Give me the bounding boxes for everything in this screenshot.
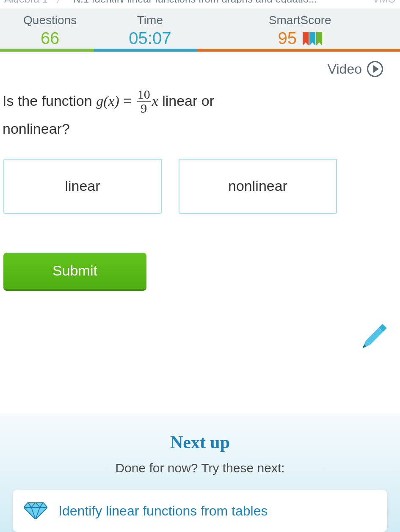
pencil-icon[interactable] bbox=[354, 318, 392, 356]
answer-options: linear nonlinear bbox=[0, 142, 400, 214]
nextup-subtitle: Done for now? Try these next: bbox=[0, 461, 400, 475]
video-label: Video bbox=[328, 61, 362, 77]
skill-code: VMQ bbox=[372, 0, 396, 3]
answer-linear[interactable]: linear bbox=[3, 159, 162, 214]
question-line2: nonlinear? bbox=[3, 121, 70, 137]
play-icon bbox=[367, 61, 383, 77]
question-gx: g(x) bbox=[96, 93, 119, 109]
stat-smartscore: SmartScore 95 bbox=[200, 8, 400, 49]
time-label: Time bbox=[100, 14, 200, 27]
chevron-right-icon: 〉 bbox=[55, 0, 66, 3]
svg-rect-1 bbox=[366, 328, 383, 345]
answer-nonlinear-label: nonlinear bbox=[228, 178, 287, 194]
questions-value: 66 bbox=[0, 29, 100, 48]
svg-marker-5 bbox=[24, 502, 47, 519]
progress-bar bbox=[0, 49, 400, 52]
breadcrumb-level1[interactable]: Algebra 1 bbox=[4, 0, 48, 3]
breadcrumb: Algebra 1 〉 N.1 Identify linear function… bbox=[0, 0, 400, 3]
question-equals: = bbox=[119, 93, 136, 109]
questions-label: Questions bbox=[0, 14, 100, 27]
stats-bar: Questions 66 Time 05:07 SmartScore 95 bbox=[0, 8, 400, 49]
next-up-section: Next up Done for now? Try these next: Id… bbox=[0, 413, 400, 532]
time-value: 05:07 bbox=[100, 29, 200, 48]
breadcrumb-level2[interactable]: N.1 Identify linear functions from graph… bbox=[73, 0, 317, 3]
ribbons-icon bbox=[303, 32, 322, 45]
question-text: Is the function g(x) = 109x linear or no… bbox=[0, 81, 400, 142]
answer-linear-label: linear bbox=[65, 178, 100, 194]
question-prefix: Is the function bbox=[3, 93, 96, 109]
smartscore-value: 95 bbox=[278, 29, 297, 48]
answer-nonlinear[interactable]: nonlinear bbox=[179, 159, 337, 214]
question-x: x bbox=[152, 93, 158, 109]
stat-questions: Questions 66 bbox=[0, 8, 100, 49]
submit-button[interactable]: Submit bbox=[3, 253, 146, 289]
nextup-title: Next up bbox=[0, 432, 400, 452]
diamond-icon bbox=[24, 502, 47, 519]
nextup-card-label: Identify linear functions from tables bbox=[58, 503, 268, 519]
submit-label: Submit bbox=[52, 262, 97, 278]
fraction: 109 bbox=[137, 88, 151, 115]
fraction-numerator: 10 bbox=[137, 88, 151, 102]
video-link[interactable]: Video bbox=[0, 52, 400, 81]
stat-time: Time 05:07 bbox=[100, 8, 200, 49]
fraction-denominator: 9 bbox=[137, 102, 151, 115]
smartscore-label: SmartScore bbox=[200, 14, 400, 27]
question-middle: linear or bbox=[158, 93, 214, 109]
nextup-card[interactable]: Identify linear functions from tables bbox=[13, 490, 387, 532]
